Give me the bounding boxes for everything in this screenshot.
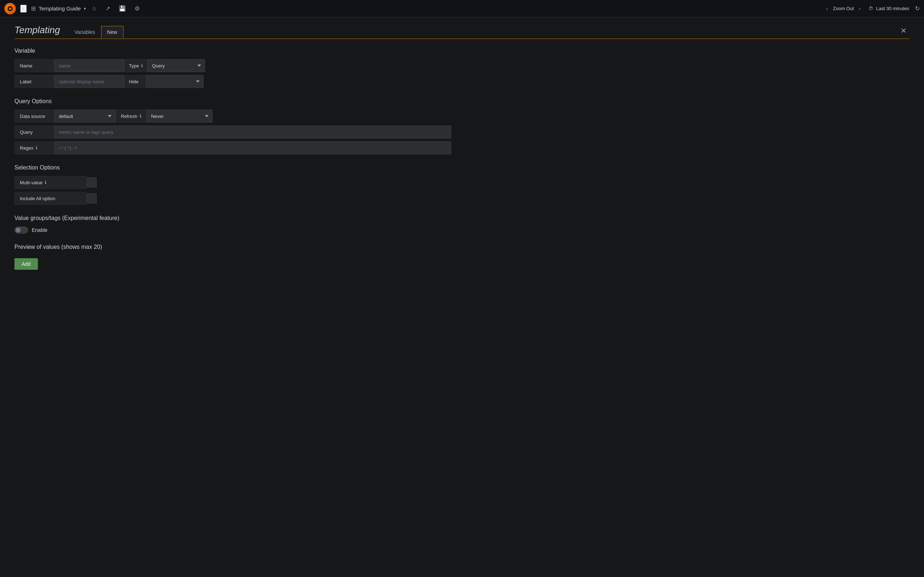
close-button[interactable]: ✕ xyxy=(898,24,909,36)
value-groups-title: Value groups/tags (Experimental feature) xyxy=(15,215,909,221)
variable-section-title: Variable xyxy=(15,48,909,54)
datasource-label: Data source xyxy=(15,110,54,122)
multi-value-row: Multi-value ℹ xyxy=(15,176,909,189)
multi-value-checkbox[interactable] xyxy=(87,177,97,187)
zoom-out-label: Zoom Out xyxy=(833,6,854,11)
regex-input[interactable] xyxy=(54,141,451,154)
multi-value-label: Multi-value ℹ xyxy=(15,176,87,189)
zoom-back-button[interactable]: ‹ xyxy=(824,5,830,12)
topbar-right: ‹ Zoom Out › ⏱ Last 30 minutes ↻ xyxy=(824,5,920,12)
label-input[interactable] xyxy=(54,75,124,88)
hide-select[interactable]: Label Variable xyxy=(146,75,204,88)
dashboard-title-text: Templating Guide xyxy=(39,5,81,11)
tabs-header: Templating Variables New ✕ xyxy=(15,24,909,39)
enable-toggle-wrap: Enable xyxy=(15,226,909,234)
regex-label-text: Regex xyxy=(20,145,34,151)
query-input[interactable] xyxy=(54,126,451,139)
clock-icon: ⏱ xyxy=(868,6,873,11)
datasource-refresh-row: Data source default Refresh ℹ Never On D… xyxy=(15,110,909,122)
hide-label: Hide xyxy=(124,75,146,88)
regex-row: Regex ℹ xyxy=(15,141,909,154)
regex-info-icon[interactable]: ℹ xyxy=(36,145,37,150)
multi-value-info-icon[interactable]: ℹ xyxy=(45,180,47,185)
query-row: Query xyxy=(15,126,909,139)
dashboard-grid-icon: ⊞ xyxy=(31,5,36,12)
dashboard-dropdown-arrow[interactable]: ▾ xyxy=(84,6,86,11)
topbar: ▾ ⊞ Templating Guide ▾ ☆ ↗ 💾 ⚙ ‹ Zoom Ou… xyxy=(0,0,924,17)
include-all-row: Include All option xyxy=(15,192,909,205)
label-hide-row: Label Hide Label Variable xyxy=(15,75,909,88)
dashboard-title-area: ⊞ Templating Guide ▾ xyxy=(31,5,86,12)
main-content: Templating Variables New ✕ Variable Name… xyxy=(0,17,924,287)
variable-section: Variable Name Type ℹ Query Constant Data… xyxy=(15,48,909,88)
save-button[interactable]: 💾 xyxy=(117,3,128,13)
include-all-label: Include All option xyxy=(15,192,87,205)
datasource-select[interactable]: default xyxy=(54,110,115,122)
query-label: Query xyxy=(15,126,54,139)
topbar-refresh-button[interactable]: ↻ xyxy=(915,5,920,12)
type-label: Type ℹ xyxy=(124,59,147,72)
zoom-forward-button[interactable]: › xyxy=(857,5,863,12)
enable-toggle-label: Enable xyxy=(32,227,48,233)
tab-variables[interactable]: Variables xyxy=(69,26,101,38)
refresh-info-icon[interactable]: ℹ xyxy=(140,114,142,119)
refresh-label-text: Refresh xyxy=(121,114,137,119)
selection-options-title: Selection Options xyxy=(15,164,909,171)
preview-title: Preview of values (shows max 20) xyxy=(15,244,909,250)
settings-button[interactable]: ⚙ xyxy=(133,3,141,13)
refresh-label: Refresh ℹ xyxy=(115,110,147,122)
include-all-checkbox[interactable] xyxy=(87,193,97,203)
hide-label-text: Hide xyxy=(129,79,139,84)
label-label: Label xyxy=(15,75,54,88)
query-options-section: Query Options Data source default Refres… xyxy=(15,98,909,154)
topbar-left: ▾ ⊞ Templating Guide ▾ ☆ ↗ 💾 ⚙ xyxy=(4,3,141,15)
name-input[interactable] xyxy=(54,59,124,72)
add-button[interactable]: Add xyxy=(15,258,38,270)
tab-new[interactable]: New xyxy=(101,26,123,38)
logo-dropdown-button[interactable]: ▾ xyxy=(20,5,27,13)
preview-section: Preview of values (shows max 20) Add xyxy=(15,244,909,270)
topbar-actions: ☆ ↗ 💾 ⚙ xyxy=(90,3,141,13)
value-groups-section: Value groups/tags (Experimental feature)… xyxy=(15,215,909,234)
star-button[interactable]: ☆ xyxy=(90,3,98,13)
multi-value-label-text: Multi-value xyxy=(20,180,43,185)
include-all-label-text: Include All option xyxy=(20,196,55,201)
refresh-select[interactable]: Never On Dashboard Load On Time Range Ch… xyxy=(147,110,213,122)
grafana-logo[interactable] xyxy=(4,3,16,15)
name-label: Name xyxy=(15,59,54,72)
type-select[interactable]: Query Constant Datasource Custom Interva… xyxy=(147,59,205,72)
time-range-label[interactable]: Last 30 minutes xyxy=(876,6,909,11)
name-type-row: Name Type ℹ Query Constant Datasource Cu… xyxy=(15,59,909,72)
share-button[interactable]: ↗ xyxy=(104,3,111,13)
time-range-control: ‹ Zoom Out › ⏱ Last 30 minutes xyxy=(824,5,909,12)
query-options-title: Query Options xyxy=(15,98,909,105)
page-title: Templating xyxy=(15,24,60,39)
selection-options-section: Selection Options Multi-value ℹ Include … xyxy=(15,164,909,205)
type-info-icon[interactable]: ℹ xyxy=(141,63,143,68)
type-label-text: Type xyxy=(129,63,139,69)
enable-toggle[interactable] xyxy=(15,226,28,234)
regex-label: Regex ℹ xyxy=(15,141,54,154)
